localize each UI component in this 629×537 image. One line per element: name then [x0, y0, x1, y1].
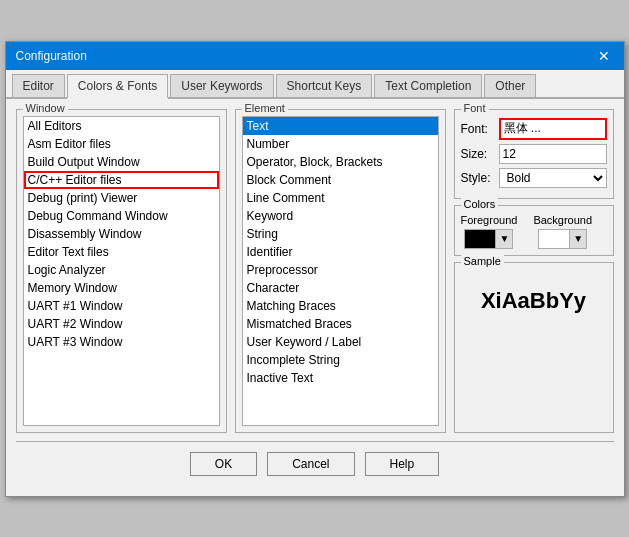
list-item-matching-braces[interactable]: Matching Braces [243, 297, 438, 315]
font-section-label: Font [461, 102, 489, 114]
tab-shortcut-keys[interactable]: Shortcut Keys [276, 74, 373, 97]
window-panel: Window All Editors Asm Editor files Buil… [16, 109, 227, 433]
list-item-block-comment[interactable]: Block Comment [243, 171, 438, 189]
dialog-title: Configuration [16, 49, 87, 63]
font-size-label: Size: [461, 147, 499, 161]
close-button[interactable]: ✕ [594, 48, 614, 64]
list-item-cpp[interactable]: C/C++ Editor files [24, 171, 219, 189]
sample-section-label: Sample [461, 255, 504, 267]
font-colors-panel: Font Font: Size: Style: Bold Regular [454, 109, 614, 433]
list-item[interactable]: Operator, Block, Brackets [243, 153, 438, 171]
list-item[interactable]: Preprocessor [243, 261, 438, 279]
element-list[interactable]: Text Number Operator, Block, Brackets Bl… [242, 116, 439, 426]
tab-bar: Editor Colors & Fonts User Keywords Shor… [6, 70, 624, 99]
ok-button[interactable]: OK [190, 452, 257, 476]
element-panel-label: Element [242, 102, 288, 114]
tab-editor[interactable]: Editor [12, 74, 65, 97]
tab-colors-fonts[interactable]: Colors & Fonts [67, 74, 168, 99]
list-item[interactable]: Editor Text files [24, 243, 219, 261]
list-item[interactable]: Identifier [243, 243, 438, 261]
tab-user-keywords[interactable]: User Keywords [170, 74, 273, 97]
foreground-col: Foreground ▼ [461, 214, 518, 249]
foreground-label: Foreground [461, 214, 518, 226]
list-item[interactable]: Line Comment [243, 189, 438, 207]
foreground-picker[interactable]: ▼ [464, 229, 513, 249]
tab-other[interactable]: Other [484, 74, 536, 97]
title-bar: Configuration ✕ [6, 42, 624, 70]
background-label: Background [533, 214, 592, 226]
font-size-row: Size: [461, 144, 607, 164]
font-name-row: Font: [461, 118, 607, 140]
foreground-dropdown-btn[interactable]: ▼ [495, 230, 512, 248]
font-name-label: Font: [461, 122, 499, 136]
list-item-text[interactable]: Text [243, 117, 438, 135]
background-picker[interactable]: ▼ [538, 229, 587, 249]
tab-text-completion[interactable]: Text Completion [374, 74, 482, 97]
list-item[interactable]: Number [243, 135, 438, 153]
colors-section-label: Colors [461, 198, 499, 210]
font-style-select[interactable]: Bold Regular Italic Bold Italic [499, 168, 607, 188]
colors-section: Colors Foreground ▼ Background [454, 205, 614, 256]
list-item[interactable]: Character [243, 279, 438, 297]
font-style-row: Style: Bold Regular Italic Bold Italic [461, 168, 607, 188]
font-size-input[interactable] [499, 144, 607, 164]
background-dropdown-btn[interactable]: ▼ [569, 230, 586, 248]
cancel-button[interactable]: Cancel [267, 452, 354, 476]
window-list[interactable]: All Editors Asm Editor files Build Outpu… [23, 116, 220, 426]
list-item[interactable]: Keyword [243, 207, 438, 225]
help-button[interactable]: Help [365, 452, 440, 476]
list-item-debug-command[interactable]: Debug Command Window [24, 207, 219, 225]
list-item[interactable]: Memory Window [24, 279, 219, 297]
list-item[interactable]: Debug (print) Viewer [24, 189, 219, 207]
list-item[interactable]: String [243, 225, 438, 243]
colors-row: Foreground ▼ Background ▼ [461, 214, 607, 249]
list-item[interactable]: Inactive Text [243, 369, 438, 387]
window-panel-label: Window [23, 102, 68, 114]
sample-section: Sample XiAaBbYy [454, 262, 614, 433]
list-item[interactable]: UART #3 Window [24, 333, 219, 351]
list-item[interactable]: Asm Editor files [24, 135, 219, 153]
list-item[interactable]: Disassembly Window [24, 225, 219, 243]
foreground-swatch [465, 230, 495, 248]
list-item-mismatched-braces[interactable]: Mismatched Braces [243, 315, 438, 333]
font-name-input[interactable] [499, 118, 607, 140]
list-item[interactable]: Build Output Window [24, 153, 219, 171]
list-item[interactable]: User Keyword / Label [243, 333, 438, 351]
background-swatch [539, 230, 569, 248]
list-item-incomplete-string[interactable]: Incomplete String [243, 351, 438, 369]
bottom-bar: OK Cancel Help [16, 441, 614, 486]
font-style-label: Style: [461, 171, 499, 185]
element-panel: Element Text Number Operator, Block, Bra… [235, 109, 446, 433]
list-item[interactable]: UART #2 Window [24, 315, 219, 333]
sample-text: XiAaBbYy [461, 271, 607, 331]
background-col: Background ▼ [533, 214, 592, 249]
font-section: Font Font: Size: Style: Bold Regular [454, 109, 614, 199]
list-item[interactable]: UART #1 Window [24, 297, 219, 315]
list-item[interactable]: All Editors [24, 117, 219, 135]
list-item[interactable]: Logic Analyzer [24, 261, 219, 279]
